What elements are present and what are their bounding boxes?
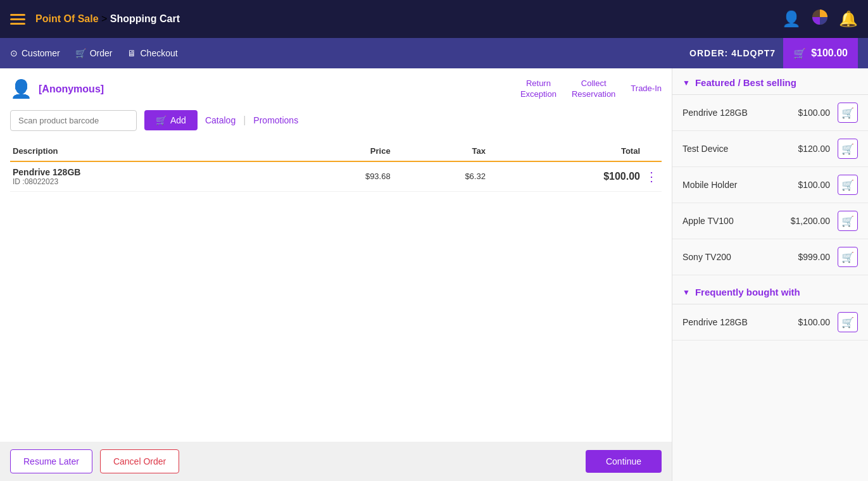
product-name: Mobile Holder xyxy=(682,180,772,190)
frequently-bought-list: Pendrive 128GB $100.00 🛒 xyxy=(672,304,868,340)
customer-icon: ⊙ xyxy=(10,48,18,58)
breadcrumb-sep: > xyxy=(101,13,110,24)
continue-button[interactable]: Continue xyxy=(586,450,662,473)
catalog-link[interactable]: Catalog xyxy=(205,115,236,125)
nav-left: Point Of Sale > Shopping Cart xyxy=(10,13,180,25)
breadcrumb-pos[interactable]: Point Of Sale xyxy=(35,13,99,24)
bell-icon[interactable]: 🔔 xyxy=(839,10,858,28)
customer-info: 👤 [Anonymous] xyxy=(10,78,104,99)
product-price: $100.00 xyxy=(779,317,830,327)
chart-icon[interactable] xyxy=(811,8,829,30)
row-menu-icon[interactable]: ⋮ xyxy=(645,170,658,184)
add-to-cart-button[interactable]: 🛒 xyxy=(838,312,858,332)
product-price: $999.00 xyxy=(779,252,830,262)
sub-nav-right: ORDER: 4LDQPT7 🛒 $100.00 xyxy=(689,38,858,68)
right-panel: ▼ Featured / Best selling Pendrive 128GB… xyxy=(672,68,868,481)
col-tax: Tax xyxy=(393,141,488,161)
col-price: Price xyxy=(281,141,393,161)
list-item: Pendrive 128GB $100.00 🛒 xyxy=(672,304,868,340)
item-tax: $6.32 xyxy=(393,161,488,192)
product-name: Test Device xyxy=(682,144,772,154)
product-name: Apple TV100 xyxy=(682,216,772,226)
featured-section-header: ▼ Featured / Best selling xyxy=(672,68,868,95)
list-item: Sony TV200 $999.00 🛒 xyxy=(672,239,868,275)
barcode-input[interactable] xyxy=(10,110,137,131)
order-id: ORDER: 4LDQPT7 xyxy=(689,48,776,58)
cancel-order-button[interactable]: Cancel Order xyxy=(100,449,179,473)
barcode-row: 🛒 Add Catalog | Promotions xyxy=(10,110,662,131)
frequently-bought-title: Frequently bought with xyxy=(695,287,800,297)
cart-total-button[interactable]: 🛒 $100.00 xyxy=(783,38,858,68)
cart-icon: 🛒 xyxy=(793,47,806,59)
breadcrumb-page: Shopping Cart xyxy=(110,13,180,24)
return-exception-button[interactable]: Return Exception xyxy=(520,78,557,100)
featured-title: Featured / Best selling xyxy=(695,77,796,88)
product-price: $1,200.00 xyxy=(779,216,830,226)
featured-products-list: Pendrive 128GB $100.00 🛒 Test Device $12… xyxy=(672,95,868,275)
checkout-icon: 🖥 xyxy=(127,48,136,58)
collect-reservation-button[interactable]: Collect Reservation xyxy=(572,78,615,100)
main-layout: 👤 [Anonymous] Return Exception Collect R… xyxy=(0,68,868,481)
product-name: Pendrive 128GB xyxy=(682,317,772,327)
item-name: Pendrive 128GB xyxy=(13,167,279,177)
separator: | xyxy=(243,115,246,126)
item-total: $100.00 xyxy=(488,161,643,192)
list-item: Mobile Holder $100.00 🛒 xyxy=(672,167,868,203)
product-price: $100.00 xyxy=(779,108,830,118)
sub-nav-left: ⊙ Customer 🛒 Order 🖥 Checkout xyxy=(10,48,178,58)
product-name: Sony TV200 xyxy=(682,252,772,262)
add-to-cart-button[interactable]: 🛒 xyxy=(838,103,858,123)
nav-customer[interactable]: ⊙ Customer xyxy=(10,48,60,58)
nav-checkout[interactable]: 🖥 Checkout xyxy=(127,48,177,58)
item-id: ID :08022023 xyxy=(13,177,279,186)
item-price: $93.68 xyxy=(281,161,393,192)
customer-actions: Return Exception Collect Reservation Tra… xyxy=(520,78,662,100)
top-nav: Point Of Sale > Shopping Cart 👤 🔔 xyxy=(0,0,868,38)
order-table: Description Price Tax Total Pendrive 128… xyxy=(10,141,662,192)
col-total: Total xyxy=(488,141,643,161)
list-item: Pendrive 128GB $100.00 🛒 xyxy=(672,95,868,131)
list-item: Test Device $120.00 🛒 xyxy=(672,131,868,167)
frequently-bought-header: ▼ Frequently bought with xyxy=(672,278,868,304)
add-to-cart-button[interactable]: 🛒 xyxy=(838,139,858,159)
product-price: $120.00 xyxy=(779,144,830,154)
customer-avatar-icon: 👤 xyxy=(10,78,32,99)
resume-later-button[interactable]: Resume Later xyxy=(10,449,92,473)
list-item: Apple TV100 $1,200.00 🛒 xyxy=(672,203,868,239)
sub-nav: ⊙ Customer 🛒 Order 🖥 Checkout ORDER: 4LD… xyxy=(0,38,868,68)
add-to-cart-button[interactable]: 🛒 xyxy=(838,247,858,267)
left-panel: 👤 [Anonymous] Return Exception Collect R… xyxy=(0,68,672,481)
featured-arrow-icon: ▼ xyxy=(682,78,690,87)
trade-in-button[interactable]: Trade-In xyxy=(631,78,662,100)
add-to-cart-button[interactable]: 🛒 xyxy=(838,175,858,195)
customer-row: 👤 [Anonymous] Return Exception Collect R… xyxy=(10,78,662,100)
user-icon[interactable]: 👤 xyxy=(782,10,801,28)
bottom-bar: Resume Later Cancel Order Continue xyxy=(0,442,672,481)
add-to-cart-button[interactable]: 🛒 xyxy=(838,211,858,231)
table-row: Pendrive 128GB ID :08022023 $93.68 $6.32… xyxy=(10,161,662,192)
frequently-arrow-icon: ▼ xyxy=(682,288,690,297)
cart-total-value: $100.00 xyxy=(811,47,848,59)
customer-name[interactable]: [Anonymous] xyxy=(39,84,104,95)
nav-order[interactable]: 🛒 Order xyxy=(75,48,113,58)
col-description: Description xyxy=(10,141,281,161)
cart-add-icon: 🛒 xyxy=(156,115,167,125)
nav-right: 👤 🔔 xyxy=(782,8,858,30)
product-name: Pendrive 128GB xyxy=(682,108,772,118)
product-price: $100.00 xyxy=(779,180,830,190)
order-icon: 🛒 xyxy=(75,48,86,58)
add-button[interactable]: 🛒 Add xyxy=(144,110,198,130)
breadcrumb: Point Of Sale > Shopping Cart xyxy=(35,13,180,25)
hamburger-menu[interactable] xyxy=(10,14,25,25)
promotions-link[interactable]: Promotions xyxy=(253,115,298,125)
order-table-container: Description Price Tax Total Pendrive 128… xyxy=(10,141,662,192)
